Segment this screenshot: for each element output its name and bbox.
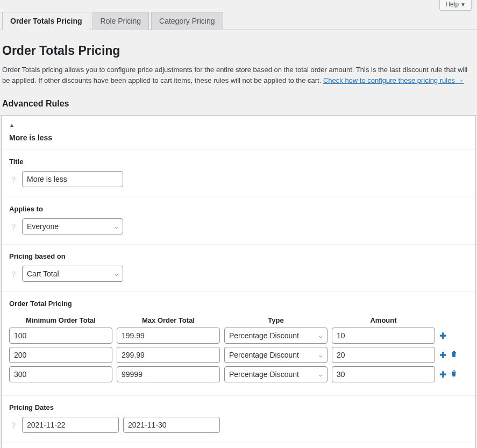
max-order-input[interactable]: [117, 347, 220, 363]
help-link[interactable]: Check how to configure these pricing rul…: [323, 76, 464, 84]
help-button[interactable]: Help ▼: [439, 0, 472, 11]
chevron-down-icon: ⌵: [319, 352, 323, 359]
pricing-based-on-select[interactable]: Cart Total ⌵: [22, 266, 123, 282]
title-input[interactable]: [22, 171, 123, 187]
amount-input[interactable]: [332, 328, 435, 344]
tab-category-pricing[interactable]: Category Pricing: [151, 12, 223, 30]
caret-up-icon: ▲: [9, 122, 15, 128]
max-order-input[interactable]: [117, 328, 220, 344]
applies-to-label: Applies to: [9, 205, 468, 213]
header-type: Type: [224, 316, 328, 324]
help-icon[interactable]: [9, 270, 18, 278]
min-order-input[interactable]: [9, 347, 112, 363]
delete-row-icon[interactable]: [450, 369, 458, 380]
chevron-down-icon: ⌵: [115, 223, 118, 230]
caret-down-icon: ▼: [460, 2, 466, 8]
delete-row-icon[interactable]: [450, 350, 458, 360]
pricing-table: Minimum Order Total Max Order Total Type…: [9, 313, 468, 382]
tab-role-pricing[interactable]: Role Pricing: [92, 12, 149, 30]
max-order-input[interactable]: [117, 366, 220, 382]
add-row-icon[interactable]: ✚: [439, 331, 446, 341]
rules-panel: ▲ More is less Title Applies to Everyone…: [1, 115, 476, 448]
pricing-row: Percentage Discount⌵✚: [9, 347, 468, 363]
pricing-based-on-label: Pricing based on: [9, 252, 468, 260]
pricing-row: Percentage Discount⌵✚: [9, 328, 468, 344]
applies-to-select[interactable]: Everyone ⌵: [22, 218, 123, 234]
delete-set-link[interactable]: Delete this set: [2, 443, 475, 448]
min-order-input[interactable]: [9, 366, 112, 382]
page-title: Order Totals Pricing: [2, 44, 476, 58]
help-icon[interactable]: [9, 175, 18, 183]
chevron-down-icon: ⌵: [319, 371, 323, 378]
amount-input[interactable]: [332, 366, 435, 382]
tabs-nav: Order Totals Pricing Role Pricing Catego…: [0, 12, 477, 30]
type-select[interactable]: Percentage Discount⌵: [224, 328, 328, 344]
min-order-input[interactable]: [9, 328, 112, 344]
type-select[interactable]: Percentage Discount⌵: [224, 347, 328, 363]
pricing-dates-label: Pricing Dates: [9, 403, 468, 411]
type-select[interactable]: Percentage Discount⌵: [224, 366, 328, 382]
header-amount: Amount: [332, 316, 435, 324]
date-to-input[interactable]: [123, 417, 220, 433]
amount-input[interactable]: [332, 347, 435, 363]
help-icon[interactable]: [9, 223, 18, 231]
chevron-down-icon: ⌵: [319, 332, 323, 339]
section-title: Advanced Rules: [2, 99, 476, 109]
date-from-input[interactable]: [22, 417, 119, 433]
help-button-label: Help: [445, 1, 459, 8]
title-label: Title: [9, 158, 468, 166]
header-max: Max Order Total: [117, 316, 220, 324]
add-row-icon[interactable]: ✚: [439, 369, 446, 380]
toggle-rule-button[interactable]: ▲: [2, 116, 475, 130]
pricing-row: Percentage Discount⌵✚: [9, 366, 468, 382]
help-icon[interactable]: [9, 421, 18, 429]
tab-order-totals[interactable]: Order Totals Pricing: [2, 12, 90, 30]
add-row-icon[interactable]: ✚: [439, 350, 446, 360]
rule-name: More is less: [2, 130, 475, 150]
chevron-down-icon: ⌵: [115, 271, 118, 278]
order-total-pricing-label: Order Total Pricing: [9, 300, 468, 308]
page-description: Order Totals pricing allows you to confi…: [2, 65, 475, 86]
header-min: Minimum Order Total: [9, 316, 112, 324]
